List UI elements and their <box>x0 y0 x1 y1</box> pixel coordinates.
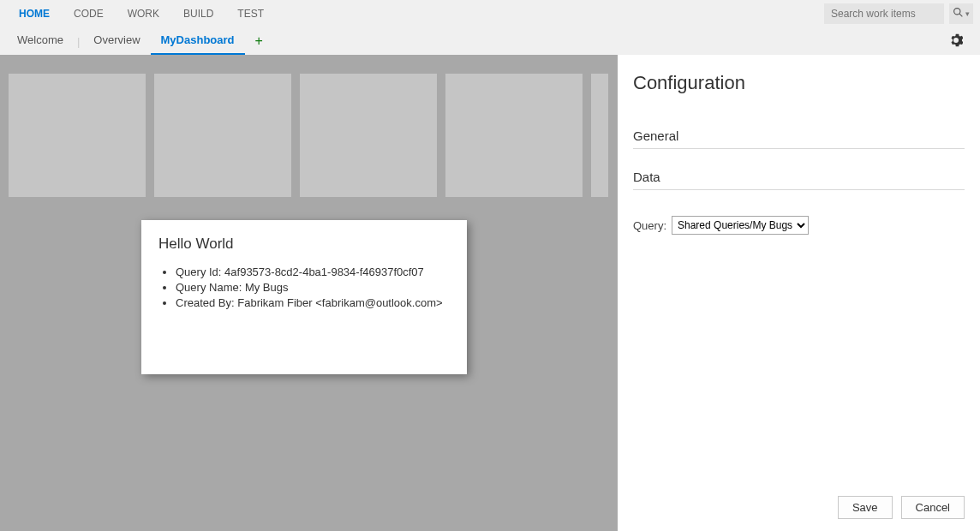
nav-home[interactable]: HOME <box>7 0 62 27</box>
search-icon <box>953 7 964 21</box>
query-select[interactable]: Shared Queries/My Bugs <box>672 216 809 235</box>
tab-welcome[interactable]: Welcome <box>7 27 74 56</box>
nav-test[interactable]: TEST <box>225 0 276 27</box>
dashboard-tile[interactable] <box>591 74 608 197</box>
query-label: Query: <box>633 219 666 232</box>
tab-mydashboard[interactable]: MyDashboard <box>151 27 245 56</box>
config-title: Configuration <box>633 72 965 94</box>
divider: | <box>74 35 83 48</box>
cancel-button[interactable]: Cancel <box>901 496 965 519</box>
search-input[interactable] <box>824 3 944 24</box>
popup-item: Query Name: My Bugs <box>176 280 450 295</box>
tab-overview[interactable]: Overview <box>83 27 150 56</box>
save-button[interactable]: Save <box>838 496 893 519</box>
gear-icon <box>949 37 963 50</box>
popup-item: Query Id: 4af93573-8cd2-4ba1-9834-f46937… <box>176 265 450 280</box>
section-data[interactable]: Data <box>633 170 965 190</box>
add-tab-button[interactable]: + <box>245 28 273 54</box>
widget-popup: Hello World Query Id: 4af93573-8cd2-4ba1… <box>141 220 467 374</box>
search-button[interactable]: ▾ <box>949 3 973 24</box>
dashboard-tile[interactable] <box>154 74 291 197</box>
nav-code[interactable]: CODE <box>62 0 116 27</box>
popup-item: Created By: Fabrikam Fiber <fabrikam@out… <box>176 295 450 311</box>
svg-point-0 <box>954 9 960 15</box>
section-general[interactable]: General <box>633 128 965 149</box>
nav-build[interactable]: BUILD <box>171 0 225 27</box>
chevron-down-icon: ▾ <box>965 9 970 18</box>
dashboard-tile[interactable] <box>445 74 583 197</box>
popup-title: Hello World <box>158 236 450 253</box>
sub-nav: Welcome | Overview MyDashboard + <box>7 27 273 56</box>
svg-line-1 <box>959 14 962 16</box>
top-nav: HOME CODE WORK BUILD TEST <box>7 0 276 27</box>
dashboard-canvas[interactable]: Hello World Query Id: 4af93573-8cd2-4ba1… <box>0 55 618 531</box>
dashboard-tile[interactable] <box>300 74 437 197</box>
dashboard-tile[interactable] <box>9 74 146 197</box>
settings-button[interactable] <box>939 33 973 50</box>
nav-work[interactable]: WORK <box>116 0 171 27</box>
configuration-panel: Configuration General Data Query: Shared… <box>618 55 980 531</box>
